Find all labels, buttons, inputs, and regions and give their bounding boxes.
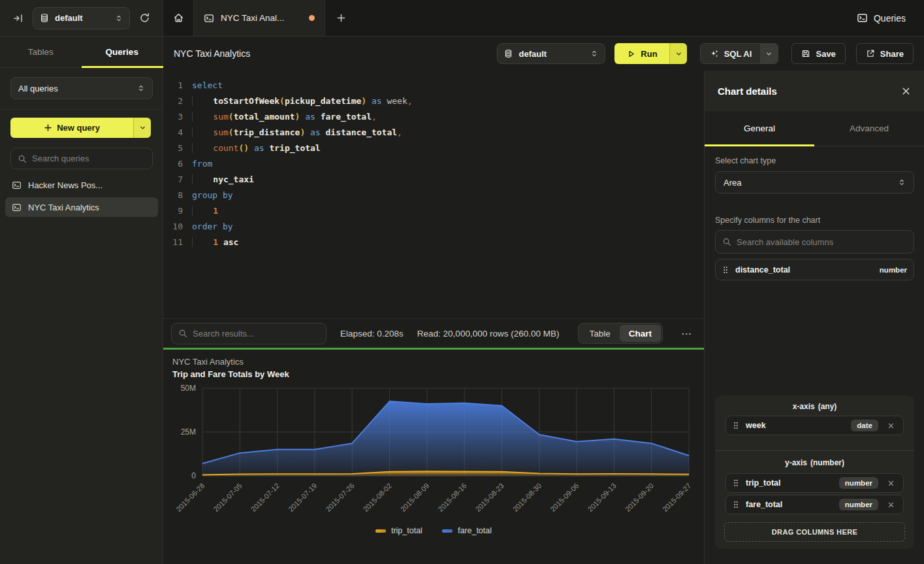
saved-query-list: Hacker News Pos... NYC Taxi Analytics: [5, 175, 158, 217]
sidebar-tabs: Tables Queries: [0, 37, 163, 68]
query-item-hacker-news[interactable]: Hacker News Pos...: [5, 175, 158, 195]
axis-configuration-card: x-axis(any) week date y-axis(number) tri…: [715, 395, 914, 549]
chart-type-select[interactable]: Area: [715, 171, 914, 193]
x-tick-label: 2015-09-06: [549, 482, 580, 513]
drag-handle-icon[interactable]: [733, 421, 739, 430]
code-line[interactable]: 4 sum(trip_distance) as distance_total,: [163, 124, 704, 140]
home-tab[interactable]: [163, 0, 194, 36]
new-query-dropdown[interactable]: [133, 118, 151, 138]
home-icon: [173, 12, 184, 24]
x-axis-chip-week[interactable]: week date: [725, 416, 904, 435]
sql-ai-dropdown[interactable]: [760, 44, 778, 63]
remove-column-button[interactable]: [885, 480, 897, 487]
tab-queries[interactable]: Queries: [82, 37, 163, 67]
chevron-down-icon: [675, 50, 682, 58]
query-item-nyc-taxi[interactable]: NYC Taxi Analytics: [5, 197, 158, 217]
line-number: 7: [163, 174, 183, 184]
new-tab-button[interactable]: [325, 0, 357, 36]
share-button[interactable]: Share: [856, 43, 914, 64]
toggle-chart[interactable]: Chart: [620, 325, 661, 342]
y-axis-chip-fare-total[interactable]: fare_total number: [725, 495, 904, 514]
legend-item-trip_total[interactable]: trip_total: [375, 526, 422, 535]
remove-column-button[interactable]: [885, 501, 897, 508]
sql-ai-main[interactable]: SQL AI: [701, 44, 760, 63]
legend-swatch: [375, 529, 386, 533]
drag-handle-icon[interactable]: [722, 265, 729, 274]
drag-handle-icon[interactable]: [733, 500, 739, 509]
close-panel-button[interactable]: [901, 86, 911, 96]
chart-type-value: Area: [724, 178, 741, 188]
y-axis-title: y-axis: [785, 458, 807, 467]
x-tick-label: 2015-08-23: [474, 482, 505, 513]
search-results-box: [171, 323, 327, 344]
code-line[interactable]: 2 toStartOfWeek(pickup_datetime) as week…: [163, 93, 704, 108]
code-line[interactable]: 9 1: [163, 203, 704, 218]
toggle-table[interactable]: Table: [580, 325, 619, 342]
save-icon: [801, 49, 810, 58]
code-text: 1 asc: [192, 237, 238, 247]
run-button-main[interactable]: Run: [614, 43, 669, 64]
legend-label: fare_total: [458, 526, 492, 535]
sql-editor[interactable]: 1select2 toStartOfWeek(pickup_datetime) …: [163, 71, 704, 318]
code-line[interactable]: 7 nyc_taxi: [163, 171, 704, 187]
database-selector[interactable]: default: [33, 7, 130, 29]
code-line[interactable]: 1select: [163, 77, 704, 93]
sql-ai-button[interactable]: SQL AI: [700, 43, 778, 64]
remove-column-button[interactable]: [885, 422, 897, 429]
code-line[interactable]: 11 1 asc: [163, 234, 704, 250]
line-number: 11: [163, 237, 183, 247]
x-tick-label: 2015-09-13: [586, 482, 618, 513]
more-options-button[interactable]: ⋯: [677, 327, 696, 340]
search-icon: [178, 329, 187, 338]
tab-tables[interactable]: Tables: [0, 37, 82, 67]
code-line[interactable]: 5 count() as trip_total: [163, 140, 704, 156]
queries-nav-button[interactable]: Queries: [857, 0, 924, 36]
legend-item-fare_total[interactable]: fare_total: [442, 526, 492, 535]
refresh-button[interactable]: [135, 9, 153, 27]
x-tick-label: 2015-08-16: [436, 482, 468, 513]
x-tick-label: 2015-07-12: [249, 482, 281, 513]
drag-handle-icon[interactable]: [733, 478, 739, 488]
search-results-input[interactable]: [193, 329, 319, 339]
search-queries-input[interactable]: [32, 154, 146, 163]
area-chart[interactable]: 025M50M2015-06-282015-07-052015-07-12201…: [163, 382, 704, 523]
y-tick-label: 25M: [181, 427, 196, 437]
chevron-up-down-icon: [115, 14, 123, 23]
code-line[interactable]: 6from: [163, 156, 704, 171]
column-chip-distance-total[interactable]: distance_total number: [715, 259, 914, 280]
drag-columns-drop-zone[interactable]: DRAG COLUMNS HERE: [724, 522, 905, 542]
chart-legend: trip_totalfare_total: [163, 526, 704, 535]
tab-general[interactable]: General: [705, 111, 814, 146]
active-tab-underline: [705, 144, 814, 146]
database-icon: [40, 13, 49, 23]
run-database-selector[interactable]: default: [497, 43, 605, 64]
tab-nyc-taxi-analytics[interactable]: NYC Taxi Anal...: [194, 0, 325, 36]
run-database-value: default: [518, 49, 547, 59]
x-tick-label: 2015-07-26: [324, 482, 355, 513]
query-console-icon: [12, 203, 22, 212]
line-number: 4: [163, 127, 183, 137]
tab-advanced[interactable]: Advanced: [814, 111, 924, 146]
query-filter-select[interactable]: All queries: [10, 77, 153, 99]
code-text: order by: [192, 222, 233, 231]
code-text: nyc_taxi: [192, 174, 254, 184]
new-query-main[interactable]: New query: [10, 118, 133, 138]
code-line[interactable]: 8group by: [163, 187, 704, 203]
new-query-button[interactable]: New query: [10, 118, 151, 138]
share-label: Share: [880, 49, 904, 59]
share-icon: [866, 49, 875, 58]
line-number: 5: [163, 143, 183, 153]
code-text: from: [192, 159, 212, 169]
search-columns-input[interactable]: [737, 237, 907, 247]
collapse-sidebar-button[interactable]: [9, 9, 27, 27]
y-axis-chip-trip-total[interactable]: trip_total number: [725, 473, 904, 493]
x-tick-label: 2015-07-19: [287, 482, 318, 513]
code-line[interactable]: 10order by: [163, 218, 704, 234]
code-line[interactable]: 3 sum(total_amount) as fare_total,: [163, 108, 704, 124]
plus-icon: [336, 13, 346, 23]
run-options-dropdown[interactable]: [669, 43, 687, 64]
chart-title: NYC Taxi Analytics: [172, 357, 244, 367]
run-button[interactable]: Run: [614, 43, 687, 64]
view-toggle: Table Chart: [578, 323, 663, 344]
save-button[interactable]: Save: [791, 43, 845, 64]
